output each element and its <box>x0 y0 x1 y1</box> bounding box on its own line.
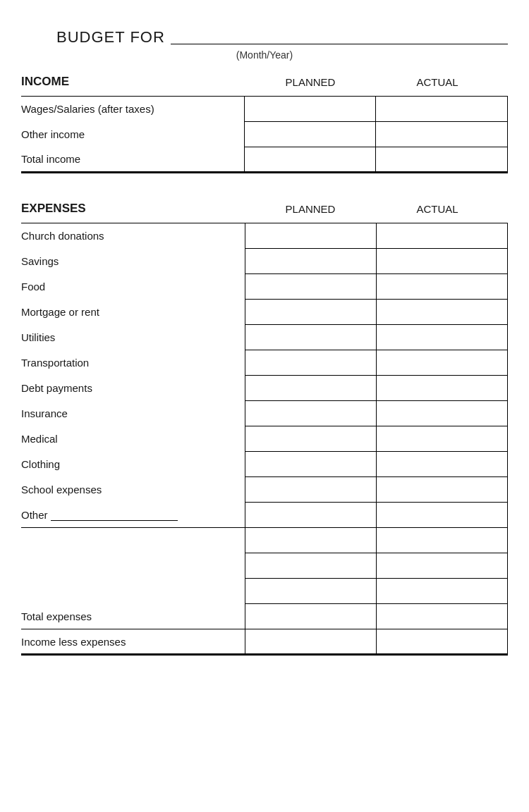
income-header: INCOME PLANNED ACTUAL <box>21 75 508 89</box>
mortgage-planned[interactable] <box>245 300 376 325</box>
medical-label: Medical <box>21 426 245 452</box>
school-actual[interactable] <box>376 477 507 503</box>
total-expenses-planned[interactable] <box>245 604 376 629</box>
table-row <box>21 528 508 553</box>
debt-planned[interactable] <box>245 376 376 401</box>
expenses-table: Church donations Savings Food Mortgage o… <box>21 223 508 656</box>
table-row: Mortgage or rent <box>21 300 508 325</box>
table-row: Church donations <box>21 223 508 249</box>
food-label: Food <box>21 274 245 300</box>
extra-planned-3[interactable] <box>245 579 376 604</box>
wages-actual[interactable] <box>376 97 508 122</box>
school-planned[interactable] <box>245 477 376 503</box>
section-gap <box>21 187 508 202</box>
transportation-planned[interactable] <box>245 350 376 376</box>
income-section-label: INCOME <box>21 75 247 89</box>
debt-actual[interactable] <box>376 376 507 401</box>
table-row: Wages/Salaries (after taxes) <box>21 97 508 122</box>
church-actual[interactable] <box>376 223 507 249</box>
insurance-actual[interactable] <box>376 401 507 426</box>
table-row: Total expenses <box>21 604 508 629</box>
savings-label: Savings <box>21 249 245 274</box>
savings-actual[interactable] <box>376 249 507 274</box>
extra-label-3 <box>21 579 245 604</box>
income-planned-header: PLANNED <box>247 76 374 88</box>
church-label: Church donations <box>21 223 245 249</box>
medical-actual[interactable] <box>376 426 507 452</box>
total-income-actual[interactable] <box>376 147 508 173</box>
income-less-label: Income less expenses <box>21 629 245 655</box>
table-row <box>21 579 508 604</box>
table-row: Debt payments <box>21 376 508 401</box>
table-row: Utilities <box>21 325 508 350</box>
income-less-actual[interactable] <box>376 629 507 655</box>
medical-planned[interactable] <box>245 426 376 452</box>
transportation-actual[interactable] <box>376 350 507 376</box>
income-table: Wages/Salaries (after taxes) Other incom… <box>21 96 508 173</box>
other-income-label: Other income <box>21 122 244 147</box>
transportation-label: Transportation <box>21 350 245 376</box>
table-row: Total income <box>21 147 508 173</box>
table-row: Other income <box>21 122 508 147</box>
extra-label-1 <box>21 528 245 553</box>
savings-planned[interactable] <box>245 249 376 274</box>
income-less-planned[interactable] <box>245 629 376 655</box>
expenses-header: EXPENSES PLANNED ACTUAL <box>21 202 508 216</box>
table-row: Clothing <box>21 452 508 477</box>
month-year-label: (Month/Year) <box>21 49 508 61</box>
budget-title-text: BUDGET FOR <box>56 28 165 47</box>
insurance-planned[interactable] <box>245 401 376 426</box>
table-row: Transportation <box>21 350 508 376</box>
expenses-planned-header: PLANNED <box>247 203 374 215</box>
total-expenses-label: Total expenses <box>21 604 245 629</box>
table-row: School expenses <box>21 477 508 503</box>
other-actual[interactable] <box>376 503 507 528</box>
wages-planned[interactable] <box>244 97 376 122</box>
church-planned[interactable] <box>245 223 376 249</box>
food-actual[interactable] <box>376 274 507 300</box>
other-planned[interactable] <box>245 503 376 528</box>
insurance-label: Insurance <box>21 401 245 426</box>
table-row <box>21 553 508 579</box>
total-income-label: Total income <box>21 147 244 173</box>
other-income-actual[interactable] <box>376 122 508 147</box>
utilities-planned[interactable] <box>245 325 376 350</box>
mortgage-label: Mortgage or rent <box>21 300 245 325</box>
title-underline <box>171 44 508 44</box>
table-row: Savings <box>21 249 508 274</box>
total-income-planned[interactable] <box>244 147 376 173</box>
food-planned[interactable] <box>245 274 376 300</box>
table-row: Insurance <box>21 401 508 426</box>
clothing-actual[interactable] <box>376 452 507 477</box>
utilities-actual[interactable] <box>376 325 507 350</box>
extra-actual-1[interactable] <box>376 528 507 553</box>
utilities-label: Utilities <box>21 325 245 350</box>
other-income-planned[interactable] <box>244 122 376 147</box>
extra-label-2 <box>21 553 245 579</box>
school-label: School expenses <box>21 477 245 503</box>
extra-planned-2[interactable] <box>245 553 376 579</box>
mortgage-actual[interactable] <box>376 300 507 325</box>
clothing-planned[interactable] <box>245 452 376 477</box>
expenses-actual-header: ACTUAL <box>374 203 501 215</box>
table-row: Income less expenses <box>21 629 508 655</box>
debt-label: Debt payments <box>21 376 245 401</box>
income-actual-header: ACTUAL <box>374 76 501 88</box>
clothing-label: Clothing <box>21 452 245 477</box>
extra-actual-2[interactable] <box>376 553 507 579</box>
other-label: Other <box>21 503 245 528</box>
expenses-section-label: EXPENSES <box>21 202 247 216</box>
wages-label: Wages/Salaries (after taxes) <box>21 97 244 122</box>
table-row: Food <box>21 274 508 300</box>
extra-actual-3[interactable] <box>376 579 507 604</box>
table-row: Other <box>21 503 508 528</box>
extra-planned-1[interactable] <box>245 528 376 553</box>
total-expenses-actual[interactable] <box>376 604 507 629</box>
table-row: Medical <box>21 426 508 452</box>
budget-title: BUDGET FOR <box>21 28 508 47</box>
other-underline <box>51 520 178 521</box>
